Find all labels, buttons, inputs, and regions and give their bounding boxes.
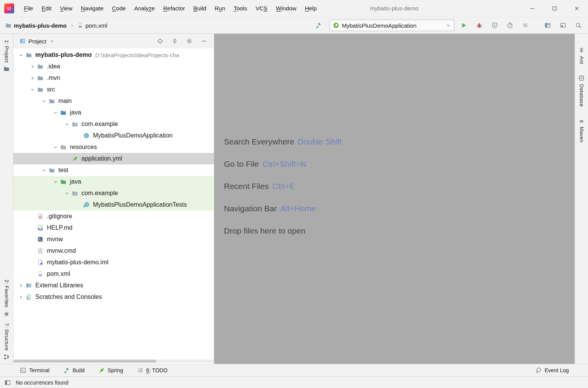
chevron-down-icon[interactable] — [17, 53, 25, 58]
chevron-down-icon[interactable] — [49, 38, 55, 44]
run-configuration-select[interactable]: MybatisPlusDemoApplication — [330, 20, 454, 31]
menu-analyze[interactable]: Analyze — [130, 0, 159, 17]
run-with-coverage-button[interactable] — [489, 20, 500, 31]
tree-item-label: .idea — [47, 63, 60, 70]
tree-row-com-example[interactable]: com.example — [13, 118, 214, 130]
chevron-right-icon[interactable] — [17, 283, 25, 288]
toolwindow-button-label: 2: Favorites — [4, 280, 10, 308]
scrollbar-thumb[interactable] — [13, 360, 156, 363]
toolwindow-button-1-project[interactable]: 1: Project — [3, 40, 10, 72]
toolwindow-button-6-todo[interactable]: 6: TODO — [137, 367, 168, 373]
tree-row-gitignore[interactable]: .gitignore — [13, 211, 214, 222]
tree-item-label: mybatis-plus-demo — [35, 51, 92, 58]
tree-row-resources[interactable]: resources — [13, 141, 214, 153]
toolwindow-button-ant[interactable]: Ant — [578, 47, 585, 64]
breadcrumb-item-pom-xml[interactable]: mpom.xml — [77, 22, 108, 29]
menu-help[interactable]: Help — [301, 0, 321, 17]
menu-build[interactable]: Build — [189, 0, 210, 17]
search-everywhere-button[interactable] — [573, 20, 584, 31]
build-project-button[interactable] — [313, 20, 324, 31]
database-icon — [578, 75, 585, 81]
breadcrumb-separator-icon — [70, 23, 75, 28]
toolwindow-button-database[interactable]: Database — [578, 75, 585, 107]
minimize-button[interactable] — [521, 0, 543, 17]
project-view-selector[interactable]: Project — [28, 38, 46, 45]
empty-editor-shortcuts: Search EverywhereDouble ShiftGo to FileC… — [224, 131, 342, 242]
run-button[interactable] — [458, 20, 470, 31]
toolwindow-button-2-favorites[interactable]: 2: Favorites — [3, 280, 10, 317]
chevron-down-icon — [446, 23, 451, 28]
tree-row-java[interactable]: java — [13, 176, 214, 187]
menu-navigate[interactable]: Navigate — [76, 0, 108, 17]
preview-window-button[interactable] — [557, 20, 569, 31]
menu-view[interactable]: View — [56, 0, 76, 17]
tree-row-mvnw-cmd[interactable]: mvnw.cmd — [13, 245, 214, 257]
chevron-right-icon[interactable] — [17, 295, 25, 300]
toolwindow-toggle-icon[interactable] — [5, 380, 11, 386]
tree-row-mvn[interactable]: .mvn — [13, 72, 214, 84]
tree-row-src[interactable]: src — [13, 84, 214, 95]
toolwindow-button-terminal[interactable]: Terminal — [20, 367, 50, 373]
tree-row-mybatis-plus-demo-iml[interactable]: mybatis-plus-demo.iml — [13, 257, 214, 268]
project-structure-button[interactable] — [542, 20, 553, 31]
tree-row-main[interactable]: main — [13, 95, 214, 107]
toolwindow-button-build[interactable]: Build — [63, 367, 84, 373]
menu-file[interactable]: File — [20, 0, 37, 17]
chevron-down-icon[interactable] — [40, 99, 48, 104]
tree-row-idea[interactable]: .idea — [13, 61, 214, 72]
collapse-all-button[interactable] — [170, 36, 179, 46]
hide-button[interactable] — [199, 36, 209, 46]
menu-refactor[interactable]: Refactor — [159, 0, 189, 17]
menu-run[interactable]: Run — [210, 0, 230, 17]
chevron-down-icon[interactable] — [28, 87, 36, 92]
tree-row-com-example[interactable]: com.example — [13, 187, 214, 199]
chevron-down-icon[interactable] — [51, 179, 60, 184]
preview-window-icon — [560, 22, 566, 28]
toolwindow-button-spring[interactable]: Spring — [98, 367, 123, 373]
tree-row-mybatis-plus-demo[interactable]: mybatis-plus-demoD:\IdeaProjects\IdeaPro… — [13, 49, 214, 61]
toolwindow-button-7-structure[interactable]: 7: Structure — [3, 323, 10, 360]
locate-button[interactable] — [156, 36, 165, 46]
tree-row-mvnw[interactable]: mvnw — [13, 234, 214, 245]
menu-code[interactable]: Code — [108, 0, 130, 17]
tree-row-mybatisplusdemoapplicationtests[interactable]: CMybatisPlusDemoApplicationTests — [13, 199, 214, 211]
tree-row-mybatisplusdemoapplication[interactable]: CMybatisPlusDemoApplication — [13, 130, 214, 141]
menu-vcs[interactable]: VCS — [251, 0, 272, 17]
stop-icon — [522, 22, 528, 28]
tree-row-pom-xml[interactable]: mpom.xml — [13, 268, 214, 280]
chevron-down-icon[interactable] — [51, 145, 60, 150]
tree-row-application-yml[interactable]: application.yml — [13, 153, 214, 164]
maven-gray-icon: m — [578, 118, 585, 124]
tree-item-label: resources — [70, 144, 97, 151]
project-tree: mybatis-plus-demoD:\IdeaProjects\IdeaPro… — [13, 48, 214, 364]
tree-row-scratches-and-consoles[interactable]: Scratches and Consoles — [13, 291, 214, 303]
chevron-right-icon[interactable] — [28, 64, 36, 69]
toolwindow-button-maven[interactable]: mMaven — [578, 118, 585, 143]
toolwindow-button-event-log[interactable]: Event Log — [535, 367, 569, 373]
debug-button[interactable] — [474, 20, 485, 31]
chevron-down-icon[interactable] — [51, 110, 60, 115]
tree-row-help-md[interactable]: MDHELP.md — [13, 222, 214, 234]
gear-button[interactable] — [185, 36, 194, 46]
horizontal-scrollbar[interactable] — [13, 360, 214, 363]
breadcrumb-item-mybatis-plus-demo[interactable]: mybatis-plus-demo — [5, 22, 67, 29]
menu-edit[interactable]: Edit — [37, 0, 56, 17]
toolwindow-button-label: 7: Structure — [4, 323, 10, 351]
chevron-down-icon[interactable] — [63, 122, 71, 127]
tree-item-label: test — [58, 167, 68, 174]
editor-area[interactable]: Search EverywhereDouble ShiftGo to FileC… — [214, 34, 575, 364]
chevron-down-icon[interactable] — [40, 168, 48, 173]
close-button[interactable] — [566, 0, 588, 17]
maximize-button[interactable] — [543, 0, 566, 17]
toolwin-folder-icon — [3, 66, 10, 72]
chevron-down-icon[interactable] — [63, 191, 71, 196]
star-icon — [3, 311, 10, 317]
project-structure-icon — [545, 22, 551, 28]
chevron-right-icon[interactable] — [28, 76, 36, 81]
menu-window[interactable]: Window — [272, 0, 300, 17]
menu-tools[interactable]: Tools — [229, 0, 251, 17]
tree-row-test[interactable]: test — [13, 164, 214, 176]
tree-row-java[interactable]: java — [13, 107, 214, 118]
tree-row-external-libraries[interactable]: External Libraries — [13, 280, 214, 291]
profile-button[interactable] — [504, 20, 516, 31]
